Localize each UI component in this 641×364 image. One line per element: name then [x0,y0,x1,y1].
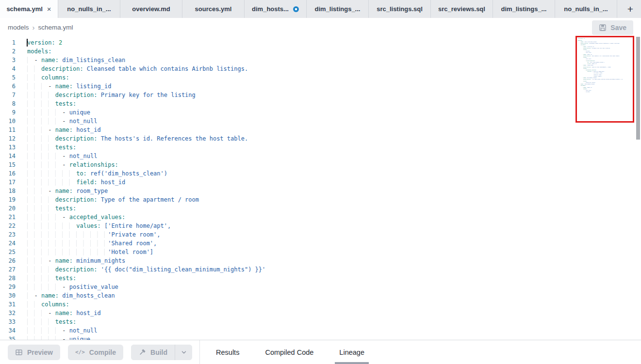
code-line[interactable]: 12 description: The hosts's id. Referenc… [0,134,641,143]
tab-label: overview.md [132,5,170,13]
code-editor[interactable]: 1version: 22models:3 - name: dim_listing… [0,37,641,340]
code-line[interactable]: 23 'Private room', [0,230,641,239]
code-line[interactable]: 9 - unique [0,108,641,117]
line-number: 30 [0,291,27,300]
code-line[interactable]: 1version: 2 [0,38,641,47]
line-number: 23 [0,230,27,239]
editor-tab[interactable]: dim_listings_... [307,0,369,18]
editor-tab[interactable]: no_nulls_in_... [555,0,617,18]
minimap[interactable]: version: 2models: - name: dim_listings_c… [575,36,634,123]
code-line[interactable]: 33 tests: [0,317,641,326]
code-line[interactable]: 10 - not_null [0,117,641,126]
code-line[interactable]: 3 - name: dim_listings_clean [0,56,641,64]
line-number: 9 [0,108,27,117]
preview-label: Preview [27,348,53,356]
code-line[interactable]: 21 - accepted_values: [0,213,641,222]
code-icon: </> [75,349,85,355]
code-line[interactable]: 15 - relationships: [0,160,641,169]
code-line[interactable]: 16 to: ref('dim_hosts_clean') [0,169,641,178]
line-number: 31 [0,300,27,309]
code-line[interactable]: 22 values: ['Entire home/apt', [0,222,641,230]
tab-label: dim_listings_... [315,5,361,13]
code-line[interactable]: 24 'Shared room', [0,239,641,248]
panel-tab-results[interactable]: Results [214,340,241,364]
save-button[interactable]: Save [592,20,633,35]
line-number: 19 [0,195,27,204]
line-number: 35 [0,335,27,340]
vertical-scrollbar[interactable] [636,37,640,140]
new-tab-button[interactable]: + [624,2,637,16]
code-line[interactable]: 27 description: '{{ doc("dim_listing_cle… [0,265,641,274]
line-number: 11 [0,126,27,134]
line-number: 1 [0,38,27,47]
code-line[interactable]: 26 - name: minimum_nights [0,256,641,265]
line-number: 26 [0,256,27,265]
editor-tab[interactable]: sources.yml [182,0,245,18]
code-line[interactable]: 29 - positive_value [0,283,641,291]
bottom-bar-divider [199,340,200,364]
line-number: 14 [0,152,27,160]
code-line[interactable]: 6 - name: listing_id [0,82,641,91]
code-line[interactable]: 18 - name: room_type [0,187,641,195]
line-number: 21 [0,213,27,222]
code-line[interactable]: 25 'Hotel room'] [0,248,641,256]
save-icon [599,24,607,32]
tab-label: dim_listings_... [501,5,547,13]
preview-button[interactable]: Preview [8,345,60,360]
editor-tab[interactable]: dim_listings_... [493,0,555,18]
code-line[interactable]: 20 tests: [0,204,641,213]
line-number: 20 [0,204,27,213]
bottom-bar: Preview </> Compile Build [0,340,641,364]
code-line[interactable]: 7 description: Primary key for the listi… [0,91,641,99]
line-number: 29 [0,283,27,291]
code-line[interactable]: 2models: [0,47,641,56]
code-line[interactable]: 19 description: Type of the apartment / … [0,195,641,204]
text-cursor [27,39,28,47]
code-line[interactable]: 35 - unique [0,335,641,340]
line-number: 34 [0,326,27,335]
code-line[interactable]: 13 tests: [0,143,641,152]
code-line[interactable]: 34 - not_null [0,326,641,335]
line-number: 24 [0,239,27,248]
editor-tab[interactable]: schema.yml× [0,0,58,18]
tab-label: no_nulls_in_... [67,5,111,13]
tab-label: schema.yml [6,5,42,13]
breadcrumb-chevron-icon: › [33,23,35,32]
breadcrumb-file: schema.yml [38,24,73,31]
line-number: 17 [0,178,27,187]
code-line[interactable]: 31 columns: [0,300,641,309]
editor-tab[interactable]: src_reviews.sql [431,0,493,18]
code-line[interactable]: 17 field: host_id [0,178,641,187]
code-line[interactable]: 4 description: Cleansed table which cont… [0,64,641,73]
build-button[interactable]: Build [131,345,175,360]
code-line[interactable]: 8 tests: [0,99,641,108]
line-number: 13 [0,143,27,152]
line-number: 5 [0,73,27,82]
tab-label: dim_hosts... [252,5,289,13]
code-line[interactable]: 11 - name: host_id [0,126,641,134]
editor-tab[interactable]: overview.md [120,0,182,18]
line-number: 15 [0,160,27,169]
line-number: 22 [0,222,27,230]
code-line[interactable]: 28 tests: [0,274,641,283]
code-line[interactable]: 14 - not_null [0,152,641,160]
editor-tab[interactable]: no_nulls_in_... [58,0,120,18]
code-line[interactable]: 32 - name: host_id [0,309,641,317]
compile-label: Compile [89,348,116,356]
line-number: 16 [0,169,27,178]
chevron-down-icon [181,349,187,356]
editor-tab[interactable]: src_listings.sql [369,0,431,18]
editor-tab[interactable]: dim_hosts... [245,0,307,18]
breadcrumb-folder[interactable]: models [8,24,29,31]
close-icon[interactable]: × [47,5,51,13]
panel-tab-compiled-code[interactable]: Compiled Code [263,340,315,364]
build-split-button: Build [131,345,192,360]
modified-dot-icon [293,6,299,12]
hammer-icon [138,348,146,356]
build-dropdown-button[interactable] [175,345,192,360]
compile-button[interactable]: </> Compile [68,345,123,360]
code-line[interactable]: 5 columns: [0,73,641,82]
panel-tab-lineage[interactable]: Lineage [338,340,366,364]
code-line[interactable]: 30 - name: dim_hosts_clean [0,291,641,300]
result-panel-tabs: ResultsCompiled CodeLineage [214,340,366,364]
